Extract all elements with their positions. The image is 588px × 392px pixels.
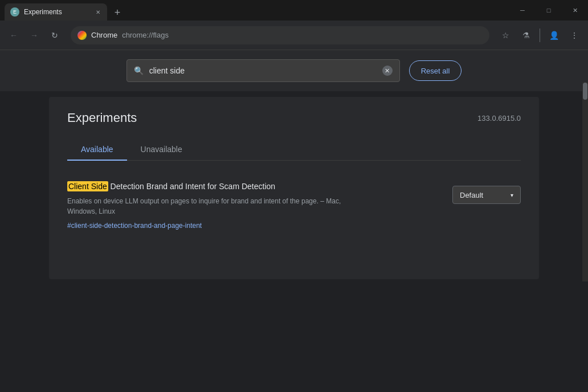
search-clear-button[interactable]: ✕: [382, 66, 393, 76]
titlebar-controls: ─ □ ✕: [509, 0, 588, 21]
address-bar[interactable]: Chrome chrome://flags: [71, 26, 489, 44]
tab-close-button[interactable]: ✕: [93, 7, 103, 17]
address-favicon: [77, 31, 87, 40]
tabs-row: Available Unavailable: [67, 139, 521, 161]
titlebar: E Experiments ✕ + ─ □ ✕: [0, 0, 588, 21]
reset-all-button[interactable]: Reset all: [409, 60, 462, 81]
menu-button[interactable]: ⋮: [565, 26, 583, 44]
flag-description: Enables on device LLM output on pages to…: [67, 196, 364, 217]
close-button[interactable]: ✕: [562, 0, 588, 21]
flag-highlight: Client Side: [67, 181, 108, 191]
version-text: 133.0.6915.0: [477, 114, 521, 122]
new-tab-button[interactable]: +: [109, 5, 125, 21]
refresh-button[interactable]: ↻: [46, 26, 64, 44]
scrollbar-thumb[interactable]: [583, 83, 587, 100]
toolbar-divider: [540, 28, 540, 42]
flag-title: Client Side Detection Brand and Intent f…: [67, 181, 452, 193]
back-button[interactable]: ←: [5, 26, 23, 44]
tab-list: E Experiments ✕ +: [0, 0, 125, 21]
star-button[interactable]: ☆: [496, 26, 514, 44]
flag-dropdown-value: Default: [460, 191, 483, 199]
flag-title-rest: Detection Brand and Intent for Scam Dete…: [108, 182, 275, 191]
maximize-button[interactable]: □: [536, 0, 562, 21]
search-icon: 🔍: [134, 66, 144, 75]
site-name: Chrome: [91, 31, 117, 39]
tab-favicon: E: [10, 7, 19, 17]
flag-link[interactable]: #client-side-detection-brand-and-page-in…: [67, 222, 202, 230]
search-container: 🔍 client side ✕ Reset all: [126, 59, 462, 82]
minimize-button[interactable]: ─: [509, 0, 536, 21]
flag-item: Client Side Detection Brand and Intent f…: [67, 174, 521, 237]
toolbar: ← → ↻ Chrome chrome://flags ☆ ⚗ 👤 ⋮: [0, 21, 588, 50]
search-input[interactable]: client side: [149, 66, 377, 75]
address-text: chrome://flags: [122, 31, 169, 39]
profile-button[interactable]: 👤: [545, 26, 563, 44]
search-box[interactable]: 🔍 client side ✕: [126, 59, 400, 82]
flag-content: Client Side Detection Brand and Intent f…: [67, 181, 452, 230]
experiments-header: Experiments 133.0.6915.0: [67, 111, 521, 125]
tab-title: Experiments: [24, 8, 89, 16]
flag-dropdown[interactable]: Default ▾: [452, 186, 521, 204]
tab-available[interactable]: Available: [67, 139, 127, 161]
experiments-container: Experiments 133.0.6915.0 Available Unava…: [49, 97, 539, 279]
toolbar-actions: ☆ ⚗ 👤 ⋮: [496, 26, 583, 44]
dropdown-arrow-icon: ▾: [511, 192, 513, 198]
tab-unavailable[interactable]: Unavailable: [127, 139, 196, 161]
active-tab[interactable]: E Experiments ✕: [5, 3, 107, 21]
page-title: Experiments: [67, 111, 137, 125]
forward-button[interactable]: →: [25, 26, 43, 44]
search-area: 🔍 client side ✕ Reset all: [0, 50, 588, 91]
lab-button[interactable]: ⚗: [517, 26, 535, 44]
scrollbar-track[interactable]: [582, 82, 588, 281]
titlebar-left: E Experiments ✕ +: [0, 0, 125, 21]
main-content: Experiments 133.0.6915.0 Available Unava…: [0, 91, 588, 279]
